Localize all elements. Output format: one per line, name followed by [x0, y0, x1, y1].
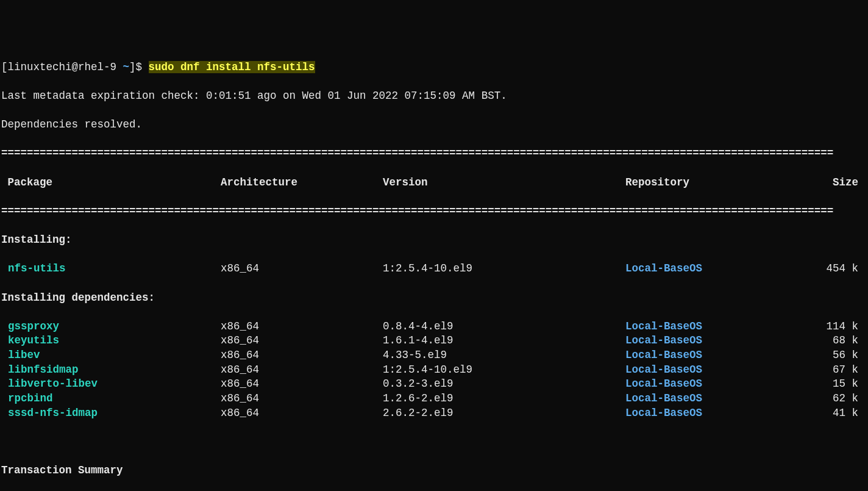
package-row: nfs-utilsx86_641:2.5.4-10.el9Local-BaseO…	[1, 262, 867, 276]
package-version: 1:2.5.4-10.el9	[383, 363, 625, 378]
package-size: 454 k	[814, 262, 867, 276]
package-arch: x86_64	[221, 334, 383, 348]
blank-line	[1, 435, 867, 450]
prompt-userhost: [linuxtechi@rhel-9	[1, 61, 123, 73]
package-arch: x86_64	[221, 392, 383, 406]
package-name: nfs-utils	[1, 262, 221, 276]
package-version: 0.3.2-3.el9	[383, 377, 625, 392]
package-size: 62 k	[814, 392, 867, 406]
deps-resolved: Dependencies resolved.	[1, 118, 867, 132]
dep-packages: gssproxyx86_640.8.4-4.el9Local-BaseOS114…	[1, 320, 867, 420]
package-name: libev	[1, 348, 221, 363]
package-row: sssd-nfs-idmapx86_642.6.2-2.el9Local-Bas…	[1, 406, 867, 421]
main-packages: nfs-utilsx86_641:2.5.4-10.el9Local-BaseO…	[1, 262, 867, 276]
header-arch: Architecture	[221, 176, 383, 190]
package-name: rpcbind	[1, 392, 221, 406]
header-package: Package	[1, 176, 221, 190]
metadata-line: Last metadata expiration check: 0:01:51 …	[1, 89, 867, 104]
package-name: gssproxy	[1, 320, 221, 334]
package-repo: Local-BaseOS	[625, 406, 814, 421]
package-row: libnfsidmapx86_641:2.5.4-10.el9Local-Bas…	[1, 363, 867, 378]
package-row: libevx86_644.33-5.el9Local-BaseOS56 k	[1, 348, 867, 363]
package-arch: x86_64	[221, 320, 383, 334]
package-repo: Local-BaseOS	[625, 377, 814, 392]
package-size: 41 k	[814, 406, 867, 421]
prompt-cwd: ~	[123, 61, 130, 73]
header-version: Version	[383, 176, 625, 190]
package-arch: x86_64	[221, 262, 383, 276]
package-version: 0.8.4-4.el9	[383, 320, 625, 334]
package-repo: Local-BaseOS	[625, 320, 814, 334]
package-row: libverto-libevx86_640.3.2-3.el9Local-Bas…	[1, 377, 867, 392]
package-row: gssproxyx86_640.8.4-4.el9Local-BaseOS114…	[1, 320, 867, 334]
package-repo: Local-BaseOS	[625, 348, 814, 363]
package-version: 1:2.5.4-10.el9	[383, 262, 625, 276]
package-row: keyutilsx86_641.6.1-4.el9Local-BaseOS68 …	[1, 334, 867, 348]
package-size: 67 k	[814, 363, 867, 378]
package-repo: Local-BaseOS	[625, 262, 814, 276]
package-arch: x86_64	[221, 348, 383, 363]
prompt-suffix: ]$	[129, 61, 149, 73]
package-repo: Local-BaseOS	[625, 363, 814, 378]
package-name: keyutils	[1, 334, 221, 348]
header-repo: Repository	[625, 176, 814, 190]
package-version: 2.6.2-2.el9	[383, 406, 625, 421]
package-version: 1.6.1-4.el9	[383, 334, 625, 348]
package-version: 4.33-5.el9	[383, 348, 625, 363]
package-size: 15 k	[814, 377, 867, 392]
package-repo: Local-BaseOS	[625, 334, 814, 348]
package-name: libverto-libev	[1, 377, 221, 392]
table-header: PackageArchitectureVersionRepositorySize	[1, 176, 867, 190]
package-arch: x86_64	[221, 406, 383, 421]
separator-line: ========================================…	[1, 204, 867, 219]
transaction-summary: Transaction Summary	[1, 464, 867, 478]
header-size: Size	[814, 176, 867, 190]
package-arch: x86_64	[221, 377, 383, 392]
terminal-output: [linuxtechi@rhel-9 ~]$ sudo dnf install …	[1, 46, 867, 491]
package-row: rpcbindx86_641.2.6-2.el9Local-BaseOS62 k	[1, 392, 867, 406]
package-name: libnfsidmap	[1, 363, 221, 378]
package-version: 1.2.6-2.el9	[383, 392, 625, 406]
separator-line: ========================================…	[1, 146, 867, 161]
command-line: [linuxtechi@rhel-9 ~]$ sudo dnf install …	[1, 60, 867, 75]
package-repo: Local-BaseOS	[625, 392, 814, 406]
installing-deps-label: Installing dependencies:	[1, 291, 867, 306]
package-size: 114 k	[814, 320, 867, 334]
package-size: 56 k	[814, 348, 867, 363]
package-name: sssd-nfs-idmap	[1, 406, 221, 421]
command-text: sudo dnf install nfs-utils	[149, 61, 315, 73]
installing-label: Installing:	[1, 233, 867, 248]
package-arch: x86_64	[221, 363, 383, 378]
package-size: 68 k	[814, 334, 867, 348]
